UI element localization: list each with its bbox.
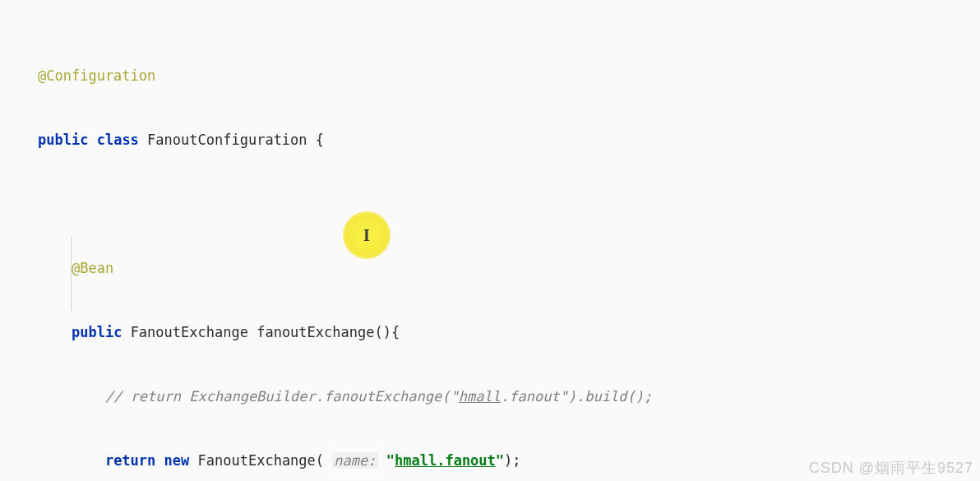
text-cursor-icon: I — [363, 226, 370, 245]
brace: { — [316, 132, 324, 148]
class-name: FanoutConfiguration — [147, 132, 307, 148]
tail: ); — [504, 452, 520, 469]
param-hint: name: — [332, 452, 377, 469]
watermark-text: CSDN @烟雨平生9527 — [809, 458, 973, 478]
comment: // return ExchangeBuilder.fanoutExchange… — [105, 388, 652, 405]
string-literal: "hmall.fanout" — [386, 452, 504, 469]
cursor-highlight-icon: I — [343, 211, 391, 259]
keyword-return: return — [105, 452, 155, 469]
ctor-call: FanoutExchange( — [198, 452, 325, 469]
keyword-new: new — [164, 452, 190, 469]
keyword-public: public — [38, 132, 88, 148]
code-editor[interactable]: @Configuration public class FanoutConfig… — [0, 0, 980, 481]
keyword-class: class — [97, 132, 139, 148]
annotation-bean: @Bean — [72, 260, 113, 276]
method-name: fanoutExchange(){ — [257, 324, 400, 340]
keyword-public: public — [72, 324, 122, 340]
annotation: @Configuration — [38, 67, 155, 84]
return-type: FanoutExchange — [131, 324, 248, 340]
